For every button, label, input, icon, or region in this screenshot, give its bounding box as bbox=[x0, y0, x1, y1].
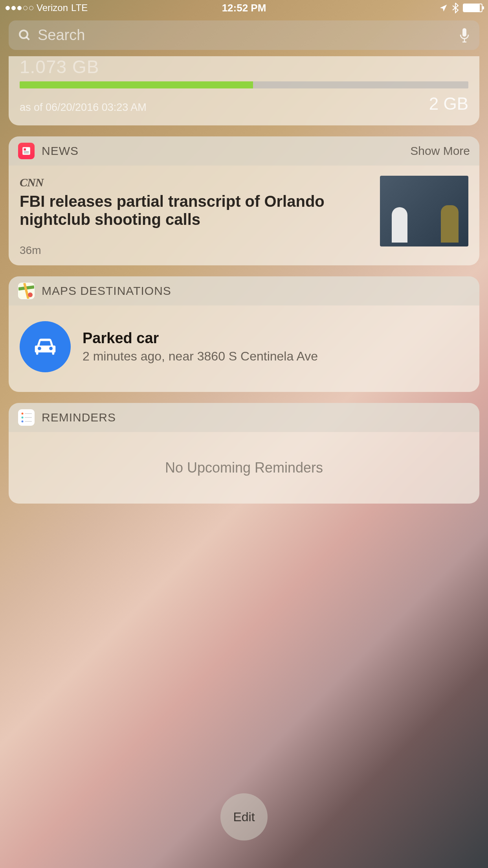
microphone-icon[interactable] bbox=[459, 28, 470, 43]
maps-widget-title: MAPS DESTINATIONS bbox=[42, 284, 171, 298]
data-timestamp: as of 06/20/2016 03:23 AM bbox=[20, 101, 147, 114]
maps-header: MAPS DESTINATIONS bbox=[9, 276, 479, 305]
network-label: LTE bbox=[71, 2, 88, 13]
status-left: Verizon LTE bbox=[6, 2, 88, 13]
edit-label: Edit bbox=[233, 810, 255, 824]
clock-label: 12:52 PM bbox=[222, 2, 266, 14]
reminders-app-icon bbox=[18, 409, 35, 426]
news-app-icon bbox=[18, 143, 35, 159]
news-article[interactable]: CNN FBI releases partial transcript of O… bbox=[9, 166, 479, 265]
bluetooth-icon bbox=[452, 2, 459, 13]
svg-rect-4 bbox=[24, 149, 26, 151]
news-headline: FBI releases partial transcript of Orlan… bbox=[20, 192, 371, 228]
parked-car-subtitle: 2 minutes ago, near 3860 S Centinela Ave bbox=[83, 349, 468, 364]
data-total-value: 2 GB bbox=[429, 94, 468, 114]
carrier-label: Verizon bbox=[37, 2, 68, 13]
search-icon bbox=[18, 29, 31, 42]
battery-icon bbox=[463, 4, 482, 12]
location-icon bbox=[439, 4, 448, 12]
parked-car-item[interactable]: Parked car 2 minutes ago, near 3860 S Ce… bbox=[9, 305, 479, 392]
svg-point-0 bbox=[20, 30, 28, 38]
svg-point-11 bbox=[22, 417, 24, 419]
news-source-label: CNN bbox=[20, 176, 371, 189]
svg-rect-3 bbox=[22, 147, 30, 155]
svg-point-12 bbox=[22, 421, 24, 423]
news-time-label: 36m bbox=[20, 244, 371, 257]
maps-app-icon bbox=[18, 283, 35, 299]
svg-rect-5 bbox=[24, 151, 29, 152]
reminders-widget-title: REMINDERS bbox=[42, 411, 116, 424]
news-widget-title: NEWS bbox=[42, 144, 79, 158]
reminders-header: REMINDERS bbox=[9, 403, 479, 432]
news-thumbnail bbox=[380, 176, 468, 246]
status-bar: Verizon LTE 12:52 PM bbox=[0, 0, 488, 16]
data-used-value: 1.073 GB bbox=[20, 56, 468, 77]
svg-point-8 bbox=[28, 292, 33, 297]
reminders-empty-label: No Upcoming Reminders bbox=[9, 460, 479, 476]
svg-line-1 bbox=[26, 37, 29, 40]
spotlight-search[interactable] bbox=[9, 20, 479, 50]
reminders-widget[interactable]: REMINDERS No Upcoming Reminders bbox=[9, 403, 479, 504]
svg-rect-2 bbox=[462, 28, 466, 37]
signal-strength-icon bbox=[6, 6, 33, 10]
news-widget[interactable]: NEWS Show More CNN FBI releases partial … bbox=[9, 136, 479, 265]
edit-widgets-button[interactable]: Edit bbox=[220, 793, 268, 840]
search-input[interactable] bbox=[38, 27, 459, 44]
maps-destinations-widget[interactable]: MAPS DESTINATIONS Parked car 2 minutes a… bbox=[9, 276, 479, 392]
news-header: NEWS Show More bbox=[9, 136, 479, 166]
data-usage-widget[interactable]: 1.073 GB as of 06/20/2016 03:23 AM 2 GB bbox=[9, 56, 479, 125]
status-right bbox=[439, 2, 482, 13]
car-icon bbox=[20, 321, 71, 372]
data-progress-bar bbox=[20, 81, 468, 88]
svg-point-10 bbox=[22, 413, 24, 415]
news-show-more-button[interactable]: Show More bbox=[410, 144, 470, 158]
parked-car-title: Parked car bbox=[83, 330, 468, 347]
svg-rect-6 bbox=[24, 153, 29, 153]
